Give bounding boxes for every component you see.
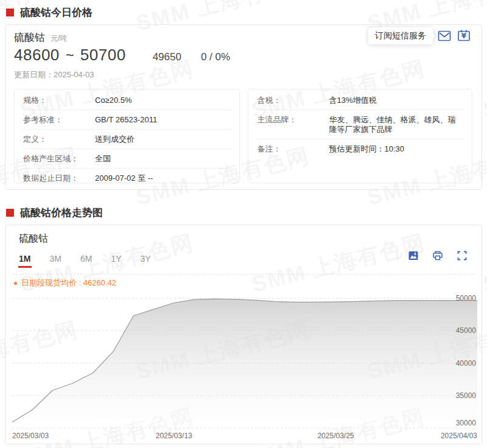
price-trend-chart[interactable]: 30000350004000045000500002025/03/032025/… <box>6 282 482 442</box>
svg-text:2025/03/25: 2025/03/25 <box>317 432 354 440</box>
printer-icon[interactable] <box>432 250 444 262</box>
svg-text:¥: ¥ <box>461 32 467 40</box>
svg-text:45000: 45000 <box>456 326 477 335</box>
mail-envelope-icon[interactable] <box>436 28 452 44</box>
spec-row-grade: 规格： Co≥20.5% <box>23 91 231 110</box>
update-date: 更新日期：2025-04-03 <box>14 69 472 80</box>
section-title: 硫酸钴价格走势图 <box>20 206 103 220</box>
svg-text:40000: 40000 <box>456 359 477 368</box>
tab-3m[interactable]: 3M <box>49 254 61 264</box>
svg-text:2025/03/13: 2025/03/13 <box>156 432 192 440</box>
spec-row-daterange: 数据起止日期： 2009-07-02 至 -- <box>23 169 231 183</box>
tab-6m[interactable]: 6M <box>80 254 93 264</box>
spec-row-definition: 定义： 送到成交价 <box>23 130 231 149</box>
price-range-separator: ~ <box>66 47 74 64</box>
save-image-icon[interactable] <box>407 250 419 262</box>
svg-text:2025/04/03: 2025/04/03 <box>441 432 477 440</box>
svg-text:2025/03/03: 2025/03/03 <box>12 432 49 440</box>
price-card: 硫酸钴 元/吨 订阅短信服务 ¥ 48600 ~ 50700 <box>5 24 482 190</box>
info-row-note: 备注： 预估更新时间：10:30 <box>257 139 463 158</box>
spec-tables: 规格： Co≥20.5% 参考标准： GB/T 26523-2011 定义： 送… <box>14 89 472 183</box>
info-row-brands: 主流品牌： 华友、腾远、佳纳、格派、雄风、瑞隆等厂家旗下品牌 <box>257 110 463 139</box>
dashed-separator <box>13 274 474 275</box>
section-header-today-price: 硫酸钴今日价格 <box>6 4 487 21</box>
tab-1m[interactable]: 1M <box>18 254 31 264</box>
svg-text:30000: 30000 <box>456 419 477 427</box>
tab-1y[interactable]: 1Y <box>110 254 122 264</box>
price-low: 48600 <box>14 46 60 65</box>
info-table: 含税： 含13%增值税 主流品牌： 华友、腾远、佳纳、格派、雄风、瑞隆等厂家旗下… <box>248 89 472 183</box>
spec-table: 规格： Co≥20.5% 参考标准： GB/T 26523-2011 定义： 送… <box>14 89 240 183</box>
svg-text:50000: 50000 <box>456 294 477 303</box>
section-header-price-trend: 硫酸钴价格走势图 <box>6 204 487 221</box>
chart-toolbar <box>397 250 468 262</box>
toolbar-divider <box>397 251 398 260</box>
spec-row-standard: 参考标准： GB/T 26523-2011 <box>23 110 231 130</box>
invoice-yen-icon[interactable]: ¥ <box>456 28 472 44</box>
product-name: 硫酸钴 <box>14 30 45 44</box>
section-title: 硫酸钴今日价格 <box>20 5 93 19</box>
chart-card: 硫酸钴 1M 3M 6M 1Y 3Y <box>5 225 482 444</box>
subscribe-sms-tooltip: 订阅短信服务 <box>368 27 433 44</box>
price-high: 50700 <box>80 46 126 65</box>
red-square-bullet-icon <box>6 9 14 16</box>
chart-title: 硫酸钴 <box>19 233 482 246</box>
red-square-bullet-icon <box>6 209 14 217</box>
info-row-tax: 含税： 含13%增值税 <box>257 91 463 110</box>
subscribe-group: 订阅短信服务 ¥ <box>368 27 472 44</box>
price-unit: 元/吨 <box>51 33 67 44</box>
price-row: 48600 ~ 50700 49650 0 / 0% <box>14 46 472 65</box>
tab-3y[interactable]: 3Y <box>139 254 151 264</box>
price-average: 49650 <box>153 51 181 63</box>
fullscreen-corners-icon[interactable] <box>456 250 468 262</box>
price-change: 0 / 0% <box>201 51 230 63</box>
spec-row-region: 价格产生区域： 全国 <box>23 149 231 169</box>
svg-text:35000: 35000 <box>456 391 477 400</box>
